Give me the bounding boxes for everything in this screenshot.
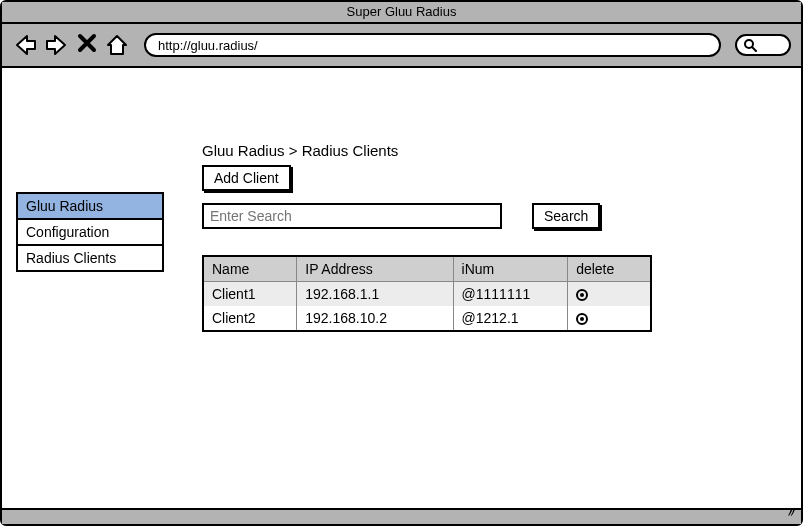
col-header-ip: IP Address xyxy=(297,256,453,282)
status-bar: 〃 xyxy=(2,508,801,524)
breadcrumb: Gluu Radius > Radius Clients xyxy=(202,142,662,159)
table-header-row: Name IP Address iNum delete xyxy=(203,256,651,282)
forward-icon[interactable] xyxy=(44,32,70,58)
delete-radio-icon[interactable] xyxy=(576,289,588,301)
cell-inum: @1212.1 xyxy=(453,306,568,331)
sidebar-item-configuration[interactable]: Configuration xyxy=(18,220,162,246)
browser-toolbar xyxy=(2,24,801,68)
main-panel: Gluu Radius > Radius Clients Add Client … xyxy=(202,142,662,332)
sidebar-item-label: Gluu Radius xyxy=(26,198,103,214)
add-client-button[interactable]: Add Client xyxy=(202,165,291,191)
window-title: Super Gluu Radius xyxy=(347,4,457,19)
search-icon xyxy=(743,38,757,52)
svg-line-1 xyxy=(752,47,756,51)
back-icon[interactable] xyxy=(12,32,38,58)
search-button[interactable]: Search xyxy=(532,203,600,229)
delete-radio-icon[interactable] xyxy=(576,313,588,325)
cell-inum: @1111111 xyxy=(453,282,568,307)
sidebar-item-label: Radius Clients xyxy=(26,250,116,266)
page-content: Gluu Radius Configuration Radius Clients… xyxy=(2,70,801,506)
col-header-name: Name xyxy=(203,256,297,282)
sidebar-nav: Gluu Radius Configuration Radius Clients xyxy=(16,192,164,272)
breadcrumb-text: Gluu Radius > Radius Clients xyxy=(202,142,398,159)
clients-table: Name IP Address iNum delete Client1 192.… xyxy=(202,255,652,332)
url-input[interactable] xyxy=(144,33,721,57)
sidebar-item-gluu-radius[interactable]: Gluu Radius xyxy=(18,194,162,220)
table-row: Client2 192.168.10.2 @1212.1 xyxy=(203,306,651,331)
cell-name: Client2 xyxy=(203,306,297,331)
search-row: Search xyxy=(202,203,662,229)
stop-icon[interactable] xyxy=(76,32,98,58)
table-row: Client1 192.168.1.1 @1111111 xyxy=(203,282,651,307)
browser-search-pill[interactable] xyxy=(735,34,791,56)
sidebar-item-radius-clients[interactable]: Radius Clients xyxy=(18,246,162,270)
cell-ip: 192.168.10.2 xyxy=(297,306,453,331)
col-header-delete: delete xyxy=(568,256,651,282)
cell-ip: 192.168.1.1 xyxy=(297,282,453,307)
browser-window: Super Gluu Radius Gluu Radius Configurat… xyxy=(0,0,803,526)
cell-delete xyxy=(568,282,651,307)
sidebar-item-label: Configuration xyxy=(26,224,109,240)
cell-name: Client1 xyxy=(203,282,297,307)
search-input[interactable] xyxy=(202,203,502,229)
cell-delete xyxy=(568,306,651,331)
window-titlebar: Super Gluu Radius xyxy=(2,2,801,24)
col-header-inum: iNum xyxy=(453,256,568,282)
home-icon[interactable] xyxy=(104,32,130,58)
resize-grip-icon[interactable]: 〃 xyxy=(784,504,797,522)
